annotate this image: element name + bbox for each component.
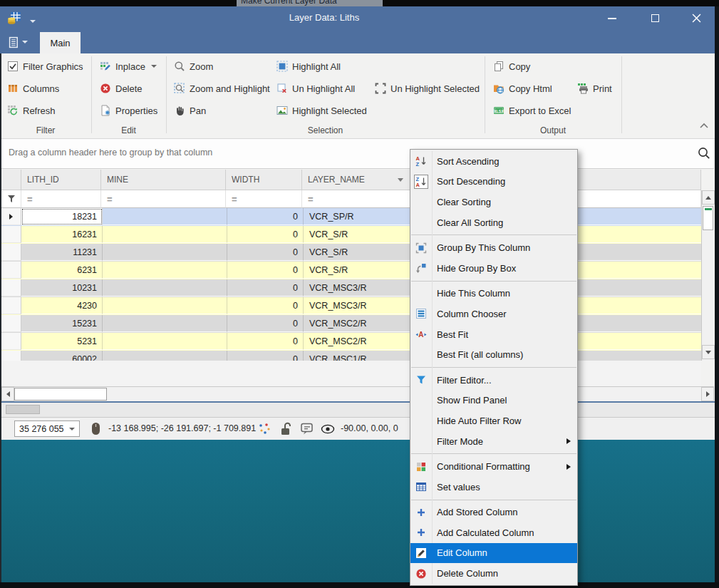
filter-cell-lith-id[interactable]: = — [21, 190, 101, 208]
zoom-and-highlight-button[interactable]: Zoom and Highlight — [174, 79, 270, 98]
secondary-scroll-thumb[interactable] — [6, 405, 40, 414]
scroll-right-button[interactable] — [701, 387, 714, 401]
column-header-lith-id[interactable]: LITH_ID — [21, 170, 101, 190]
scroll-down-button[interactable] — [702, 345, 715, 359]
cell-lith-id[interactable]: 4230 — [21, 297, 103, 314]
column-header-width[interactable]: WIDTH — [226, 170, 302, 190]
cell-width[interactable]: 0 — [227, 333, 304, 350]
menu-item-filter-editor[interactable]: Filter Editor... — [410, 370, 577, 391]
cell-lith-id[interactable]: 60002 — [21, 351, 103, 361]
menu-item-add-stored-column[interactable]: Add Stored Column — [410, 502, 577, 523]
copy-button[interactable]: Copy — [493, 57, 530, 76]
cell-mine[interactable] — [103, 244, 227, 261]
menu-item-edit-column[interactable]: Edit Column — [410, 543, 577, 564]
menu-item-sort-descending[interactable]: Z A Sort Descending — [410, 172, 577, 192]
pan-button[interactable]: Pan — [174, 101, 206, 120]
print-button[interactable]: Print — [577, 79, 612, 98]
menu-item-set-values[interactable]: Set values — [410, 477, 577, 497]
column-header-mine[interactable]: MINE — [101, 170, 226, 190]
cell-width[interactable]: 0 — [227, 297, 304, 314]
cell-width[interactable]: 0 — [227, 208, 304, 225]
highlight-all-button[interactable]: Highlight All — [276, 57, 341, 76]
column-filter-dropdown-icon[interactable] — [398, 178, 403, 182]
table-row[interactable]: 60002 0 VCR_MSC1/R — [1, 351, 701, 361]
inplace-button[interactable]: Inplace — [100, 57, 157, 76]
table-row[interactable]: 4230 0 VCR_MSC3/R — [1, 297, 701, 315]
menu-item-column-chooser[interactable]: Column Chooser — [410, 304, 577, 324]
collapse-ribbon-button[interactable] — [698, 122, 710, 130]
menu-item-hide-this-column[interactable]: Hide This Column — [410, 284, 577, 304]
filter-cell-width[interactable]: = — [226, 190, 302, 208]
table-row[interactable]: 5231 0 VCR_MSC2/R — [1, 333, 701, 351]
scroll-left-button[interactable] — [1, 387, 14, 401]
cell-mine[interactable] — [103, 297, 227, 314]
copy-html-button[interactable]: Copy Html — [493, 79, 552, 98]
horizontal-scrollbar[interactable] — [1, 386, 714, 401]
cell-mine[interactable] — [103, 262, 227, 279]
menu-item-clear-sorting[interactable]: Clear Sorting — [410, 192, 577, 212]
lock-open-icon[interactable] — [279, 421, 294, 437]
un-highlight-selected-button[interactable]: Un Highlight Selected — [375, 79, 480, 98]
menu-item-group-by-this-column[interactable]: Group By This Column — [410, 237, 577, 258]
app-icon[interactable] — [7, 11, 21, 25]
cell-lith-id[interactable]: 16231 — [21, 226, 103, 243]
table-row[interactable]: 6231 0 VCR_S/R — [1, 262, 701, 279]
cell-mine[interactable] — [103, 226, 227, 243]
table-row[interactable]: 11231 0 VCR_S/R — [1, 244, 701, 262]
cell-mine[interactable] — [103, 208, 227, 225]
eye-icon[interactable] — [321, 424, 335, 434]
menu-item-clear-all-sorting[interactable]: Clear All Sorting — [410, 212, 577, 233]
properties-button[interactable]: Properties — [100, 101, 157, 120]
menu-item-best-fit[interactable]: A Best Fit — [410, 324, 577, 345]
menu-item-delete-column[interactable]: Delete Column — [410, 563, 577, 584]
cell-width[interactable]: 0 — [227, 244, 304, 261]
viewport-3d[interactable] — [1, 440, 715, 582]
menu-item-sort-ascending[interactable]: A Z Sort Ascending — [410, 151, 577, 172]
tab-main[interactable]: Main — [40, 32, 81, 53]
horizontal-scroll-thumb[interactable] — [14, 388, 107, 401]
secondary-scroll-strip[interactable] — [0, 403, 715, 417]
snap-dots-icon[interactable] — [258, 423, 271, 435]
cell-width[interactable]: 0 — [227, 226, 304, 243]
menu-item-best-fit-all-columns[interactable]: Best Fit (all columns) — [410, 344, 577, 365]
scale-combo[interactable]: 35 276 055 — [14, 421, 80, 437]
menu-item-add-calculated-column[interactable]: Add Calculated Column — [410, 522, 577, 543]
export-to-excel-button[interactable]: XLSX Export to Excel — [493, 101, 571, 120]
highlight-selected-button[interactable]: Highlight Selected — [276, 101, 367, 120]
table-row[interactable]: 15231 0 VCR_MSC2/R — [1, 315, 701, 333]
menu-item-conditional-formatting[interactable]: Conditional Formatting — [410, 456, 577, 477]
search-icon[interactable] — [697, 146, 711, 160]
cell-width[interactable]: 0 — [227, 279, 304, 296]
ribbon-menu-button[interactable] — [9, 33, 31, 51]
zoom-button[interactable]: Zoom — [174, 57, 213, 76]
menu-item-hide-group-by-box[interactable]: Hide Group By Box — [410, 258, 577, 279]
cell-mine[interactable] — [103, 333, 227, 350]
maximize-button[interactable] — [638, 6, 671, 30]
columns-button[interactable]: Columns — [7, 79, 59, 98]
un-highlight-all-button[interactable]: Un Highlight All — [276, 79, 355, 98]
cell-width[interactable]: 0 — [227, 262, 304, 279]
filter-graphics-button[interactable]: Filter Graphics — [7, 57, 83, 76]
delete-button[interactable]: Delete — [100, 79, 143, 98]
cell-width[interactable]: 0 — [227, 315, 304, 332]
menu-item-show-find-panel[interactable]: Show Find Panel — [410, 391, 577, 411]
cell-lith-id[interactable]: 11231 — [21, 244, 103, 261]
menu-item-filter-mode[interactable]: Filter Mode — [410, 431, 577, 452]
cell-mine[interactable] — [103, 315, 227, 332]
refresh-button[interactable]: Refresh — [7, 101, 56, 120]
table-row[interactable]: 18231 0 VCR_SP/R — [1, 208, 701, 226]
menu-item-hide-auto-filter-row[interactable]: Hide Auto Filter Row — [410, 411, 577, 431]
cell-lith-id[interactable]: 10231 — [21, 279, 103, 296]
vertical-scrollbar[interactable] — [701, 190, 714, 361]
close-button[interactable] — [680, 6, 713, 30]
cell-mine[interactable] — [103, 279, 227, 296]
filter-cell-mine[interactable]: = — [101, 190, 226, 208]
table-row[interactable]: 10231 0 VCR_MSC3/R — [1, 279, 701, 297]
group-by-panel[interactable]: Drag a column header here to group by th… — [1, 139, 714, 169]
cell-lith-id[interactable]: 18231 — [21, 208, 103, 225]
cell-mine[interactable] — [103, 351, 227, 361]
cell-lith-id[interactable]: 15231 — [21, 315, 103, 332]
cell-width[interactable]: 0 — [227, 351, 304, 361]
comment-icon[interactable] — [300, 422, 314, 436]
scroll-up-button[interactable] — [702, 190, 715, 205]
